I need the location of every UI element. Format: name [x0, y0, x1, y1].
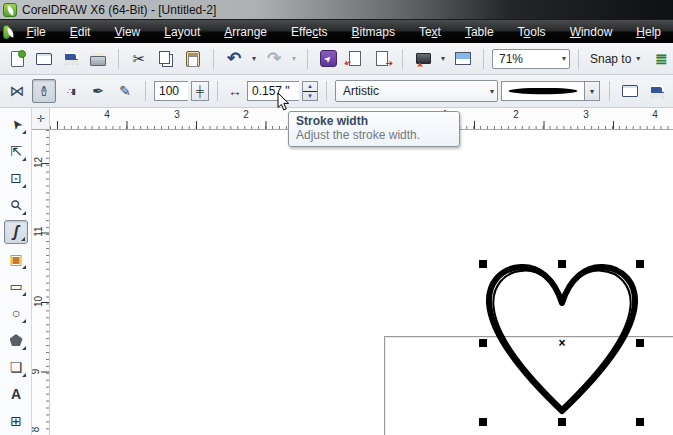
crop-icon: ⊡ — [10, 171, 22, 185]
stroke-width-spinner[interactable]: ▲▼ — [302, 81, 318, 101]
menu-effects[interactable]: Effects — [279, 22, 339, 42]
zoom-level-value: 71% — [499, 52, 523, 66]
undo-dropdown-icon[interactable]: ▾ — [249, 54, 259, 63]
toolbox-smart-fill-tool[interactable]: ▣ — [4, 247, 28, 271]
toolbox-artistic-media-tool[interactable]: ʃ — [4, 220, 28, 244]
toolbox-pick-tool[interactable]: ➤ — [4, 112, 28, 136]
flyout-indicator-icon — [22, 184, 26, 188]
freehand-smoothing-input[interactable]: 100 — [154, 81, 188, 101]
stroke-category-select[interactable]: Artistic ▾ — [335, 80, 498, 102]
menu-view[interactable]: View — [102, 22, 152, 42]
calligraphic-icon — [89, 82, 107, 100]
browse-button[interactable] — [618, 79, 642, 103]
selection-center-marker[interactable]: × — [558, 336, 565, 350]
selection-handle[interactable] — [558, 418, 566, 426]
redo-button[interactable] — [262, 47, 286, 71]
open-button[interactable] — [32, 47, 56, 71]
standard-toolbar: ▾▾▾71%▾Snap to▾ — [0, 43, 673, 75]
menu-arrange[interactable]: Arrange — [212, 22, 279, 42]
chevron-down-icon: ▾ — [633, 54, 643, 63]
import-icon — [346, 50, 364, 68]
menu-table[interactable]: Table — [453, 22, 506, 42]
snap-to-dropdown[interactable]: Snap to▾ — [587, 52, 646, 66]
redo-icon — [265, 50, 283, 68]
preset-icon — [8, 82, 26, 100]
flyout-indicator-icon — [22, 265, 26, 269]
launcher-button[interactable] — [411, 47, 435, 71]
tooltip-title: Stroke width — [296, 114, 452, 128]
ruler-label: 2 — [243, 109, 249, 120]
sprayer-mode-button[interactable] — [59, 79, 83, 103]
separator — [402, 49, 403, 69]
toolbox-zoom-tool[interactable]: ⚲ — [4, 193, 28, 217]
open-icon — [35, 50, 53, 68]
selection-handle[interactable] — [636, 418, 644, 426]
new-document-button[interactable] — [5, 47, 29, 71]
save-button[interactable] — [59, 47, 83, 71]
stroke-width-input[interactable]: 0.157 " — [247, 81, 299, 101]
separator — [118, 49, 119, 69]
selection-handle[interactable] — [636, 260, 644, 268]
selection-handle[interactable] — [479, 260, 487, 268]
options-icon — [652, 50, 670, 68]
stroke-preview-select[interactable]: ▾ — [501, 80, 601, 102]
connect-icon — [320, 50, 337, 67]
connect-button[interactable] — [316, 47, 340, 71]
ruler-label: 10 — [33, 296, 44, 307]
toolbox-rectangle-tool[interactable]: ▭ — [4, 274, 28, 298]
menu-file[interactable]: File — [14, 22, 57, 42]
menu-layout[interactable]: Layout — [152, 22, 212, 42]
save-stroke-button[interactable] — [645, 79, 669, 103]
copy-button[interactable] — [154, 47, 178, 71]
toolbox-text-tool[interactable]: A — [4, 382, 28, 406]
menu-help[interactable]: Help — [624, 22, 673, 42]
document-page[interactable] — [384, 336, 673, 435]
menu-edit[interactable]: Edit — [58, 22, 103, 42]
selection-handle[interactable] — [479, 418, 487, 426]
chevron-down-icon[interactable]: ▾ — [584, 81, 600, 101]
smoothing-slider-icon[interactable]: ╪ — [191, 81, 209, 101]
menu-bitmaps[interactable]: Bitmaps — [340, 22, 407, 42]
export-button[interactable] — [370, 47, 394, 71]
selection-handle[interactable] — [479, 339, 487, 347]
menu-text[interactable]: Text — [407, 22, 453, 42]
chevron-down-icon: ▾ — [487, 87, 497, 96]
menu-tools[interactable]: Tools — [506, 22, 558, 42]
welcome-button[interactable] — [451, 47, 475, 71]
menu-window[interactable]: Window — [558, 22, 625, 42]
coreldraw-logo-icon — [3, 25, 10, 39]
toolbox-crop-tool[interactable]: ⊡ — [4, 166, 28, 190]
toolbox-polygon-tool[interactable] — [4, 328, 28, 352]
cut-button[interactable] — [127, 47, 151, 71]
brush-mode-button[interactable] — [32, 79, 56, 103]
redo-dropdown-icon[interactable]: ▾ — [289, 54, 299, 63]
tooltip: Stroke width Adjust the stroke width. — [288, 111, 460, 147]
undo-button[interactable] — [222, 47, 246, 71]
app-icon — [3, 3, 17, 17]
zoom-level-select[interactable]: 71%▾ — [492, 49, 570, 69]
toolbox-shape-tool[interactable]: ⇱ — [4, 139, 28, 163]
vertical-ruler[interactable]: 12111098 — [32, 130, 50, 435]
ruler-origin[interactable]: ✛ — [32, 108, 50, 130]
separator — [578, 49, 579, 69]
toolbox-ellipse-tool[interactable]: ○ — [4, 301, 28, 325]
pressure-mode-button[interactable] — [113, 79, 137, 103]
workspace — [0, 108, 673, 435]
selection-handle[interactable] — [636, 339, 644, 347]
calligraphic-mode-button[interactable] — [86, 79, 110, 103]
print-button[interactable] — [86, 47, 110, 71]
launcher-dropdown-icon[interactable]: ▾ — [438, 54, 448, 63]
new-document-icon — [8, 50, 26, 68]
ruler-label: 3 — [583, 109, 589, 120]
polygon-icon — [10, 334, 23, 346]
options-button[interactable] — [649, 47, 673, 71]
toolbox-table-tool[interactable]: ⊞ — [4, 409, 28, 433]
ruler-label: 4 — [104, 109, 110, 120]
selection-handle[interactable] — [558, 260, 566, 268]
import-button[interactable] — [343, 47, 367, 71]
toolbox-basic-shapes-tool[interactable]: ❏ — [4, 355, 28, 379]
preset-mode-button[interactable] — [5, 79, 29, 103]
drawing-canvas[interactable] — [50, 238, 673, 435]
stroke-preview — [501, 81, 584, 101]
paste-button[interactable] — [181, 47, 205, 71]
